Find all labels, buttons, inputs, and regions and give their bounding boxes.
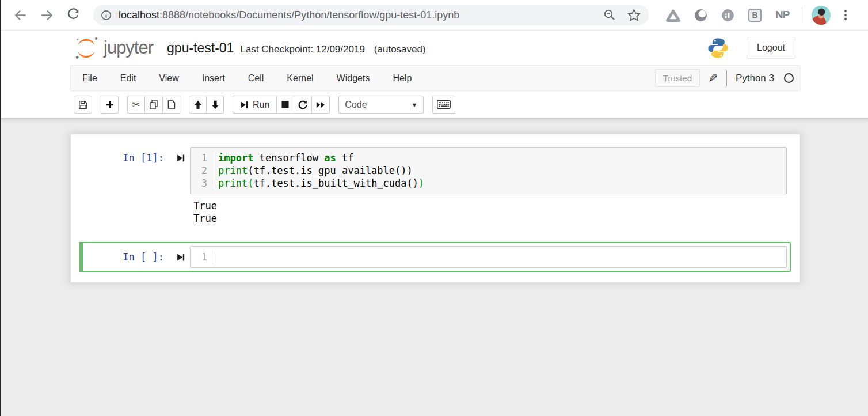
copy-icon xyxy=(149,100,158,109)
menu-widgets[interactable]: Widgets xyxy=(325,66,382,90)
logout-button[interactable]: Logout xyxy=(747,37,795,59)
code-input-area[interactable]: 123 import tensorflow as tfprint(tf.test… xyxy=(190,147,787,194)
keyboard-icon xyxy=(437,100,451,109)
menu-cell[interactable]: Cell xyxy=(237,66,276,90)
np-extension-icon[interactable]: NP xyxy=(775,9,789,21)
jupyter-logo[interactable]: jupyter xyxy=(73,36,153,60)
run-button[interactable]: Run xyxy=(233,96,277,114)
code-editor[interactable]: import tensorflow as tfprint(tf.test.is_… xyxy=(212,152,786,190)
notebook-container: In [1]: 123 import tensorflow as tfprint… xyxy=(70,134,800,283)
input-prompt: In [ ]: xyxy=(123,251,164,263)
step-forward-icon xyxy=(240,101,248,109)
insert-cell-below-button[interactable] xyxy=(101,96,119,114)
divider xyxy=(726,70,727,86)
kernel-idle-icon xyxy=(784,73,794,83)
drive-extension-icon[interactable] xyxy=(666,9,680,22)
command-palette-button[interactable] xyxy=(432,96,455,114)
cut-cells-button[interactable]: ✂ xyxy=(127,96,145,114)
cell-type-dropdown[interactable]: Code ▼ xyxy=(338,96,424,114)
menu-insert[interactable]: Insert xyxy=(191,66,237,90)
trusted-button[interactable]: Trusted xyxy=(655,69,700,87)
paste-icon xyxy=(167,100,176,109)
kernel-name: Python 3 xyxy=(736,73,774,84)
jupyter-logo-icon xyxy=(73,36,100,60)
bookmark-star-icon[interactable] xyxy=(627,9,641,22)
circle-extension-icon[interactable] xyxy=(694,9,707,22)
code-editor[interactable] xyxy=(212,251,786,263)
input-prompt: In [1]: xyxy=(123,152,164,164)
arrow-up-icon xyxy=(194,100,202,109)
b-extension-icon[interactable]: B xyxy=(748,9,762,22)
menu-file[interactable]: File xyxy=(71,66,109,90)
menu-view[interactable]: View xyxy=(147,66,190,90)
page-info-icon[interactable] xyxy=(101,10,112,21)
notebook-header: jupyter gpu-test-01 Last Checkpoint: 12/… xyxy=(1,31,868,65)
checkpoint-status: Last Checkpoint: 12/09/2019 xyxy=(240,44,364,55)
scissors-icon: ✂ xyxy=(132,100,140,109)
restart-run-all-button[interactable] xyxy=(311,96,330,114)
arrow-down-icon xyxy=(211,100,219,109)
restart-kernel-button[interactable] xyxy=(294,96,312,114)
edit-mode-pencil-icon: ✎ xyxy=(709,71,718,85)
save-button[interactable] xyxy=(74,96,92,114)
autosave-status: (autosaved) xyxy=(374,44,426,55)
extensions-area: B NP xyxy=(666,9,789,22)
notebook-toolbar: ✂ Run Code ▼ xyxy=(1,92,868,118)
restart-icon xyxy=(298,100,307,109)
cell-output: True True xyxy=(190,194,787,232)
notebook-title[interactable]: gpu-test-01 xyxy=(167,40,234,56)
chevron-down-icon: ▼ xyxy=(411,101,417,108)
line-number-gutter: 123 xyxy=(191,152,212,190)
menubar-row: File Edit View Insert Cell Kernel Widget… xyxy=(1,65,868,92)
menu-edit[interactable]: Edit xyxy=(109,66,148,90)
analytics-extension-icon[interactable] xyxy=(721,9,734,22)
notebook-body: In [1]: 123 import tensorflow as tfprint… xyxy=(1,118,868,416)
fast-forward-icon xyxy=(316,101,325,108)
code-cell-1[interactable]: In [1]: 123 import tensorflow as tfprint… xyxy=(79,143,791,236)
code-input-area[interactable]: 1 xyxy=(190,246,787,268)
browser-menu-icon[interactable] xyxy=(842,7,849,22)
code-cell-2[interactable]: In [ ]: 1 xyxy=(79,242,791,272)
python-logo-icon xyxy=(707,37,729,59)
profile-avatar[interactable] xyxy=(812,6,831,25)
copy-cells-button[interactable] xyxy=(144,96,163,114)
line-number-gutter: 1 xyxy=(191,251,212,263)
plus-icon xyxy=(106,101,114,109)
zoom-out-icon[interactable] xyxy=(603,9,616,21)
browser-toolbar: localhost:8888/notebooks/Documents/Pytho… xyxy=(1,0,868,31)
url-text[interactable]: localhost:8888/notebooks/Documents/Pytho… xyxy=(119,9,459,21)
stop-icon xyxy=(281,101,289,108)
move-cell-up-button[interactable] xyxy=(189,96,207,114)
address-bar[interactable]: localhost:8888/notebooks/Documents/Pytho… xyxy=(93,5,649,25)
forward-icon[interactable] xyxy=(38,6,55,24)
move-cell-down-button[interactable] xyxy=(206,96,224,114)
menu-help[interactable]: Help xyxy=(381,66,423,90)
menubar: File Edit View Insert Cell Kernel Widget… xyxy=(70,65,800,91)
reload-icon[interactable] xyxy=(64,6,82,24)
back-icon[interactable] xyxy=(12,6,29,24)
menu-kernel[interactable]: Kernel xyxy=(275,66,325,90)
run-cell-icon[interactable] xyxy=(177,154,185,165)
interrupt-kernel-button[interactable] xyxy=(276,96,294,114)
run-cell-icon[interactable] xyxy=(177,253,185,264)
output-line: True xyxy=(193,199,783,212)
jupyter-logo-text: jupyter xyxy=(104,37,153,58)
save-icon xyxy=(78,100,87,109)
output-line: True xyxy=(193,212,783,225)
divider xyxy=(802,7,802,23)
paste-cells-button[interactable] xyxy=(162,96,180,114)
